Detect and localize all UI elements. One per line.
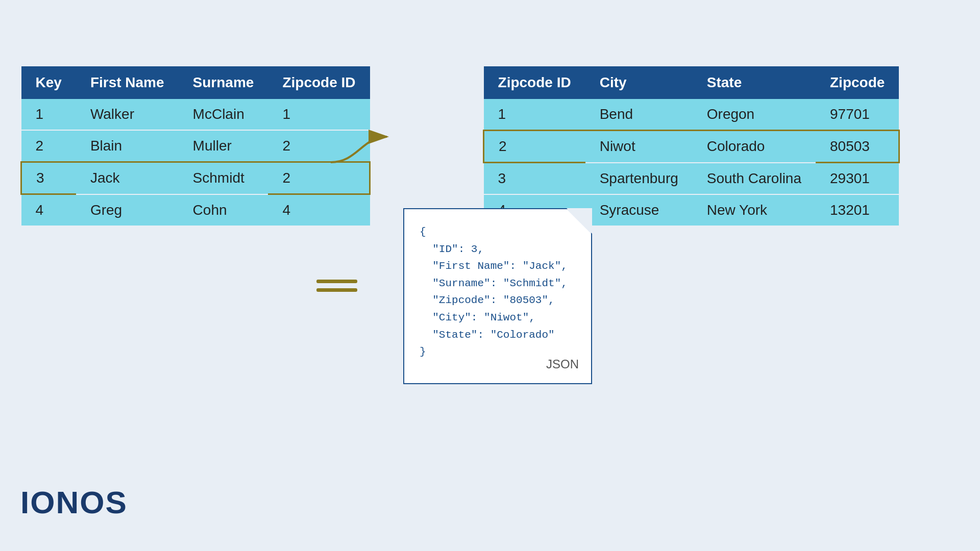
left-cell-zipid-4: 4 <box>268 194 370 226</box>
left-cell-zipid-3: 2 <box>268 162 370 194</box>
right-cell-state-3: South Carolina <box>693 163 816 195</box>
json-card-fold <box>566 208 592 235</box>
right-header-city: City <box>585 66 693 99</box>
right-cell-zipid-2: 2 <box>484 131 585 163</box>
left-cell-name-2: Blain <box>76 130 179 162</box>
right-cell-state-1: Oregon <box>693 99 816 131</box>
ionos-logo: IONOS <box>20 484 128 520</box>
left-cell-surname-3: Schmidt <box>179 162 268 194</box>
right-cell-zip-4: 13201 <box>816 194 899 226</box>
right-table: Zipcode ID City State Zipcode 1 Bend Ore… <box>483 66 900 226</box>
right-row-2-highlighted: 2 Niwot Colorado 80503 <box>484 131 899 163</box>
left-cell-zipid-2: 2 <box>268 130 370 162</box>
ionos-logo-text: IONOS <box>20 485 128 520</box>
right-table-container: Zipcode ID City State Zipcode 1 Bend Ore… <box>483 66 900 226</box>
main-container: Key First Name Surname Zipcode ID 1 Walk… <box>0 0 980 551</box>
left-header-zipcodeid: Zipcode ID <box>268 66 370 99</box>
right-cell-zip-1: 97701 <box>816 99 899 131</box>
right-header-state: State <box>693 66 816 99</box>
json-content: { "ID": 3, "First Name": "Jack", "Surnam… <box>420 223 576 361</box>
right-cell-state-2: Colorado <box>693 131 816 163</box>
equals-sign <box>316 280 357 292</box>
left-header-surname: Surname <box>179 66 268 99</box>
left-row-4: 4 Greg Cohn 4 <box>21 194 370 226</box>
tables-area: Key First Name Surname Zipcode ID 1 Walk… <box>20 66 900 226</box>
equals-line-bottom <box>316 288 357 292</box>
right-row-1: 1 Bend Oregon 97701 <box>484 99 899 131</box>
left-cell-key-4: 4 <box>21 194 76 226</box>
left-table: Key First Name Surname Zipcode ID 1 Walk… <box>20 66 371 226</box>
right-cell-state-4: New York <box>693 194 816 226</box>
left-cell-key-1: 1 <box>21 99 76 130</box>
right-cell-city-1: Bend <box>585 99 693 131</box>
left-header-firstname: First Name <box>76 66 179 99</box>
left-cell-zipid-1: 1 <box>268 99 370 130</box>
left-cell-key-3: 3 <box>21 162 76 194</box>
right-header-zipcodeid: Zipcode ID <box>484 66 585 99</box>
right-cell-zipid-3: 3 <box>484 163 585 195</box>
left-cell-key-2: 2 <box>21 130 76 162</box>
left-cell-name-3: Jack <box>76 162 179 194</box>
left-row-3-highlighted: 3 Jack Schmidt 2 <box>21 162 370 194</box>
right-cell-zip-2: 80503 <box>816 131 899 163</box>
left-header-key: Key <box>21 66 76 99</box>
right-cell-zip-3: 29301 <box>816 163 899 195</box>
left-cell-surname-4: Cohn <box>179 194 268 226</box>
right-header-zipcode: Zipcode <box>816 66 899 99</box>
left-cell-surname-1: McClain <box>179 99 268 130</box>
left-cell-name-1: Walker <box>76 99 179 130</box>
right-cell-city-2: Niwot <box>585 131 693 163</box>
left-row-2: 2 Blain Muller 2 <box>21 130 370 162</box>
right-row-3: 3 Spartenburg South Carolina 29301 <box>484 163 899 195</box>
json-label: JSON <box>546 355 579 374</box>
left-row-1: 1 Walker McClain 1 <box>21 99 370 130</box>
right-cell-city-3: Spartenburg <box>585 163 693 195</box>
json-card: { "ID": 3, "First Name": "Jack", "Surnam… <box>403 208 592 384</box>
equals-line-top <box>316 280 357 283</box>
left-cell-name-4: Greg <box>76 194 179 226</box>
left-cell-surname-2: Muller <box>179 130 268 162</box>
right-cell-city-4: Syracuse <box>585 194 693 226</box>
right-cell-zipid-1: 1 <box>484 99 585 131</box>
left-table-container: Key First Name Surname Zipcode ID 1 Walk… <box>20 66 371 226</box>
